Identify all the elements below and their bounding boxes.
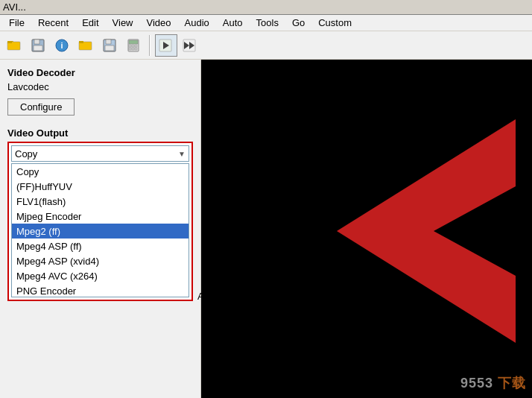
arrow-graphic xyxy=(201,60,532,398)
save2-icon xyxy=(102,38,117,53)
watermark-text2: 下载 xyxy=(498,376,526,391)
list-item[interactable]: Mpeg4 AVC (x264) xyxy=(12,268,189,283)
svg-marker-26 xyxy=(337,119,516,343)
video-output-dropdown-container: Copy ▼ Copy (FF)HuffYUV FLV1(flash) Mjpe… xyxy=(7,142,193,301)
menu-custom[interactable]: Custom xyxy=(312,16,358,30)
menu-auto[interactable]: Auto xyxy=(217,16,249,30)
video-output-section: Video Output Copy ▼ Copy (FF)HuffYUV FLV… xyxy=(7,127,193,301)
svg-rect-17 xyxy=(135,45,137,47)
list-item[interactable]: Mpeg4 ASP (ff) xyxy=(12,239,189,253)
svg-rect-12 xyxy=(105,45,114,51)
left-panel: Video Decoder Lavcodec Configure Video O… xyxy=(0,60,201,398)
video-output-label: Video Output xyxy=(7,127,193,139)
svg-rect-15 xyxy=(129,45,131,47)
list-item[interactable]: FLV1(flash) xyxy=(12,194,189,209)
toolbar: i xyxy=(0,31,532,60)
open-icon xyxy=(7,38,22,53)
list-item[interactable]: (FF)HuffYUV xyxy=(12,179,189,194)
menu-video[interactable]: Video xyxy=(141,16,177,30)
menu-tools[interactable]: Tools xyxy=(250,16,285,30)
forward-button[interactable] xyxy=(179,34,201,57)
open-button[interactable] xyxy=(3,34,25,57)
svg-rect-18 xyxy=(129,48,131,50)
dropdown-selected[interactable]: Copy ▼ xyxy=(11,145,189,162)
menu-file[interactable]: File xyxy=(3,16,31,30)
list-item-selected[interactable]: Mpeg2 (ff) xyxy=(12,224,189,239)
play-button[interactable] xyxy=(155,34,177,57)
menu-go[interactable]: Go xyxy=(286,16,311,30)
svg-text:i: i xyxy=(60,41,63,50)
menu-edit[interactable]: Edit xyxy=(76,16,104,30)
list-item[interactable]: Mjpeg Encoder xyxy=(12,209,189,224)
calc-icon xyxy=(126,38,141,53)
watermark-text1: 9553 xyxy=(460,376,493,391)
lavcodec-value: Lavcodec xyxy=(7,81,193,92)
svg-rect-2 xyxy=(7,41,12,43)
svg-rect-4 xyxy=(34,40,39,44)
save2-button[interactable] xyxy=(98,34,121,57)
menu-recent[interactable]: Recent xyxy=(32,16,75,30)
list-item[interactable]: Mpeg4 ASP (xvid4) xyxy=(12,253,189,268)
list-item[interactable]: Copy xyxy=(12,164,189,179)
dropdown-arrow-icon: ▼ xyxy=(178,150,186,158)
save-icon xyxy=(31,38,45,53)
configure-button[interactable]: Configure xyxy=(7,98,75,116)
svg-rect-5 xyxy=(34,45,42,51)
svg-rect-20 xyxy=(135,48,137,50)
svg-rect-19 xyxy=(132,48,134,50)
watermark: 9553 下载 xyxy=(460,374,526,392)
a-label: A xyxy=(197,291,204,302)
info-button[interactable]: i xyxy=(51,34,73,57)
save-button[interactable] xyxy=(27,34,49,57)
title-text: AVI... xyxy=(3,1,26,13)
folder-icon xyxy=(78,38,93,53)
svg-rect-11 xyxy=(106,40,111,44)
svg-rect-16 xyxy=(132,45,134,47)
video-preview-panel: 9553 下载 xyxy=(201,60,532,398)
folder-button[interactable] xyxy=(75,34,97,57)
main-content: Video Decoder Lavcodec Configure Video O… xyxy=(0,60,532,398)
menu-view[interactable]: View xyxy=(107,16,139,30)
svg-rect-9 xyxy=(79,41,83,43)
menu-bar: File Recent Edit View Video Audio Auto T… xyxy=(0,15,532,31)
title-bar: AVI... xyxy=(0,0,532,15)
video-decoder-label: Video Decoder xyxy=(7,67,193,78)
svg-rect-14 xyxy=(129,40,138,44)
dropdown-selected-text: Copy xyxy=(15,148,37,159)
toolbar-separator xyxy=(149,35,151,56)
play-icon xyxy=(159,38,174,53)
info-icon: i xyxy=(54,38,69,53)
menu-audio[interactable]: Audio xyxy=(179,16,215,30)
list-item[interactable]: PNG Encoder xyxy=(12,283,189,297)
forward-icon xyxy=(183,38,197,53)
dropdown-list[interactable]: Copy (FF)HuffYUV FLV1(flash) Mjpeg Encod… xyxy=(11,163,189,297)
calc-button[interactable] xyxy=(122,34,145,57)
